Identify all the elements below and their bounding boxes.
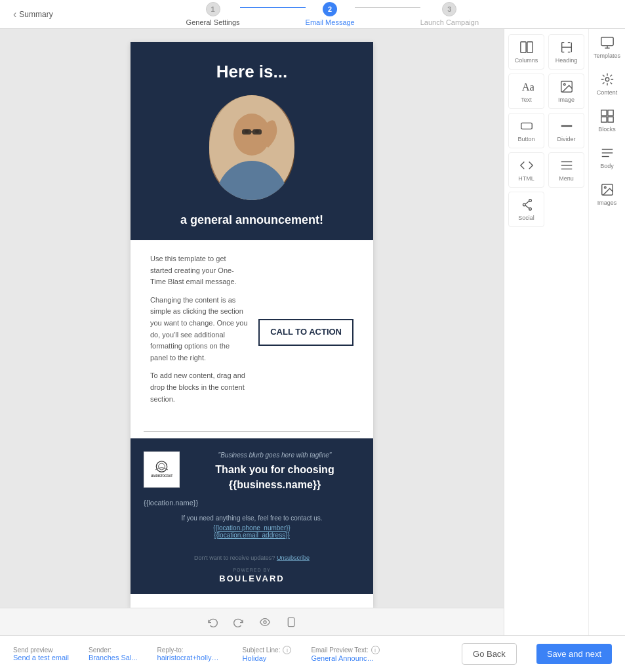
svg-rect-35: [607, 110, 613, 116]
panel-item-menu[interactable]: Menu: [548, 152, 584, 188]
body-paragraph-1: Use this template to get started creatin…: [150, 253, 249, 288]
email-header-section[interactable]: Here is...: [131, 42, 373, 240]
mobile-preview-button[interactable]: [282, 614, 300, 630]
body-icon: [600, 146, 615, 160]
divider-icon: [559, 119, 574, 133]
svg-text:HAIRISTOCRAT: HAIRISTOCRAT: [151, 474, 173, 478]
go-back-button[interactable]: Go Back: [462, 643, 517, 665]
svg-rect-30: [601, 37, 613, 46]
step-1-label: General Settings: [186, 18, 240, 26]
svg-rect-6: [252, 129, 262, 135]
social-icon: [519, 198, 534, 212]
panel-tab-blocks[interactable]: Blocks: [589, 102, 625, 139]
svg-point-33: [605, 77, 609, 81]
panel-item-html[interactable]: HTML: [508, 152, 544, 188]
step-1: 1 General Settings: [186, 2, 240, 26]
footer-unsubscribe: Don't want to receive updates? Unsubscri…: [144, 548, 360, 561]
step-2-label: Email Message: [306, 18, 355, 26]
footer-email-link[interactable]: {{location.email_address}}: [144, 532, 360, 539]
main-content: Here is...: [0, 29, 625, 635]
preview-button[interactable]: [256, 614, 274, 630]
right-panel: Columns Heading Aa Text: [504, 29, 625, 635]
back-to-summary-link[interactable]: Summary: [13, 9, 53, 20]
image-label: Image: [558, 96, 575, 103]
email-divider: [144, 431, 360, 432]
svg-point-42: [604, 186, 606, 188]
columns-icon: [519, 40, 534, 54]
powered-by-label: POWERED BY: [144, 568, 360, 572]
svg-rect-5: [242, 129, 251, 135]
avatar-image: [209, 95, 294, 200]
steps-indicator: 1 General Settings 2 Email Message 3 Lau…: [53, 2, 612, 26]
svg-point-12: [264, 621, 266, 623]
subject-value[interactable]: Holiday: [243, 654, 292, 662]
panel-item-image[interactable]: Image: [548, 74, 584, 109]
svg-point-27: [529, 208, 531, 211]
footer-thank-you: Thank you for choosing {{business.name}}: [190, 463, 360, 492]
content-label: Content: [597, 89, 618, 96]
panel-item-columns[interactable]: Columns: [508, 34, 544, 70]
email-body-section[interactable]: Use this template to get started creatin…: [131, 240, 373, 425]
step-3: 3 Launch Campaign: [420, 2, 479, 26]
preview-text-label: Email Preview Text:: [311, 646, 368, 654]
panel-item-divider[interactable]: Divider: [548, 113, 584, 148]
panel-tab-images[interactable]: Images: [589, 176, 625, 213]
send-preview-label: Send preview: [13, 646, 69, 654]
svg-point-25: [523, 203, 525, 206]
footer-location: {{location.name}}: [144, 499, 360, 507]
panel-item-social[interactable]: Social: [508, 192, 544, 227]
button-icon: [519, 119, 534, 133]
redo-button[interactable]: [230, 614, 248, 630]
html-icon: [519, 158, 534, 173]
blocks-icon: [600, 109, 615, 123]
footer-powered-by: POWERED BY BOULEVARD: [144, 568, 360, 584]
footer-business-row: HAIRISTOCRAT "Business blurb goes here w…: [144, 452, 360, 492]
undo-button[interactable]: [203, 614, 222, 630]
image-icon: [559, 79, 574, 94]
footer-logo: HAIRISTOCRAT: [144, 452, 180, 488]
footer-business-info: "Business blurb goes here with tagline" …: [190, 452, 360, 492]
svg-rect-15: [520, 42, 525, 53]
svg-point-19: [563, 83, 565, 85]
preview-text-info-icon: i: [371, 646, 380, 654]
blocks-label: Blocks: [598, 126, 616, 133]
email-body-cols: Use this template to get started creatin…: [150, 253, 353, 411]
panel-tab-content[interactable]: Content: [589, 66, 625, 102]
email-subheading: a general announcement!: [144, 213, 360, 227]
sender-value[interactable]: Branches Sal...: [89, 654, 138, 662]
send-preview-item: Send preview Send a test email: [13, 646, 69, 662]
reply-to-item: Reply-to: hairistocrat+hollywood@example…: [157, 646, 223, 662]
panel-item-heading[interactable]: Heading: [548, 34, 584, 70]
panel-tab-templates[interactable]: Templates: [589, 29, 625, 66]
reply-to-value[interactable]: hairistocrat+hollywood@example.co...: [157, 654, 223, 662]
content-block-icon: [600, 72, 615, 87]
sender-item: Sender: Branches Sal...: [89, 646, 138, 662]
html-label: HTML: [518, 175, 534, 182]
email-body-text: Use this template to get started creatin…: [150, 253, 249, 411]
step-connector-2: [355, 7, 420, 8]
body-label: Body: [600, 163, 614, 169]
cta-button[interactable]: CALL TO ACTION: [258, 319, 353, 346]
svg-point-26: [529, 200, 531, 202]
panel-item-button[interactable]: Button: [508, 113, 544, 148]
svg-rect-20: [521, 123, 532, 129]
svg-text:Aa: Aa: [521, 81, 533, 93]
svg-rect-13: [288, 618, 294, 626]
send-test-link[interactable]: Send a test email: [13, 654, 69, 662]
preview-text-value[interactable]: General Announceme...: [311, 654, 376, 662]
email-canvas[interactable]: Here is...: [0, 29, 504, 608]
unsubscribe-link[interactable]: Unsubscribe: [277, 555, 310, 561]
save-and-next-button[interactable]: Save and next: [536, 644, 612, 664]
bottom-bar: Send preview Send a test email Sender: B…: [0, 635, 625, 672]
panel-item-text[interactable]: Aa Text: [508, 74, 544, 109]
email-footer-section[interactable]: HAIRISTOCRAT "Business blurb goes here w…: [131, 438, 373, 594]
svg-rect-34: [601, 110, 606, 116]
svg-line-28: [525, 201, 529, 205]
panel-tab-body[interactable]: Body: [589, 139, 625, 176]
divider-label: Divider: [557, 136, 575, 142]
footer-phone-link[interactable]: {{location.phone_number}}: [144, 524, 360, 532]
step-2-circle: 2: [323, 2, 337, 16]
heading-label: Heading: [555, 57, 578, 64]
body-paragraph-3: To add new content, drag and drop the bl…: [150, 370, 249, 405]
footer-unsubscribe-text: Don't want to receive updates? Unsubscri…: [144, 555, 360, 561]
